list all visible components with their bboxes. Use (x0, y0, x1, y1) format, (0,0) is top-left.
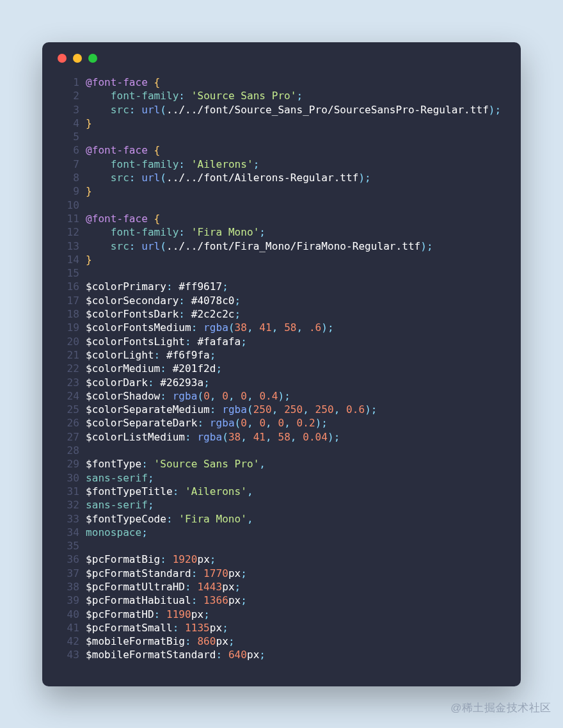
line-content: $fontType: 'Source Sans Pro', (86, 457, 266, 471)
line-content: $colorSeparateMedium: rgba(250, 250, 250… (86, 403, 377, 416)
line-content: $pcFormatSmall: 1135px; (86, 621, 228, 635)
line-content: } (86, 184, 92, 198)
code-line: 16$colorPrimary: #ff9617; (56, 280, 507, 293)
line-number: 39 (56, 594, 79, 607)
line-number: 22 (56, 362, 79, 375)
line-number: 17 (56, 294, 79, 307)
line-content: $mobileFormatBig: 860px; (86, 635, 235, 648)
code-line: 8 src: url(../../font/Ailerons-Regular.t… (56, 171, 507, 184)
code-block: 1@font-face {2 font-family: 'Source Sans… (56, 76, 507, 662)
code-line: 33$fontTypeCode: 'Fira Mono', (56, 512, 507, 526)
line-content: @font-face { (86, 143, 160, 157)
code-line: 2 font-family: 'Source Sans Pro'; (56, 89, 507, 102)
line-number: 28 (56, 444, 79, 457)
line-number: 41 (56, 621, 79, 635)
line-content: $fontTypeCode: 'Fira Mono', (86, 512, 253, 526)
line-number: 23 (56, 376, 79, 389)
line-number: 3 (56, 103, 79, 117)
minimize-icon[interactable] (73, 54, 82, 63)
code-line: 3 src: url(../../font/Source_Sans_Pro/So… (56, 103, 507, 117)
code-line: 18$colorFontsDark: #2c2c2c; (56, 307, 507, 321)
code-line: 24$colorShadow: rgba(0, 0, 0, 0.4); (56, 389, 507, 403)
code-line: 43$mobileFormatStandard: 640px; (56, 648, 507, 661)
line-number: 31 (56, 485, 79, 498)
code-line: 11@font-face { (56, 212, 507, 225)
line-number: 20 (56, 335, 79, 348)
line-content: font-family: 'Source Sans Pro'; (86, 89, 303, 102)
line-number: 35 (56, 539, 79, 553)
line-number: 10 (56, 198, 79, 212)
code-line: 12 font-family: 'Fira Mono'; (56, 225, 507, 239)
code-line: 38$pcFormatUltraHD: 1443px; (56, 580, 507, 594)
line-content: $colorPrimary: #ff9617; (86, 280, 228, 293)
line-content: monospace; (86, 526, 148, 539)
close-icon[interactable] (58, 54, 67, 63)
code-line: 42$mobileFormatBig: 860px; (56, 635, 507, 648)
code-line: 34monospace; (56, 526, 507, 539)
code-line: 20$colorFontsLight: #fafafa; (56, 335, 507, 348)
code-line: 15 (56, 266, 507, 280)
line-content: $pcFormatStandard: 1770px; (86, 567, 247, 580)
line-content: $colorListMedium: rgba(38, 41, 58, 0.04)… (86, 430, 340, 444)
line-content: $colorSeparateDark: rgba(0, 0, 0, 0.2); (86, 416, 328, 430)
line-content: font-family: 'Fira Mono'; (86, 225, 266, 239)
code-line: 5 (56, 130, 507, 143)
line-content: $colorSecondary: #4078c0; (86, 294, 241, 307)
line-number: 34 (56, 526, 79, 539)
code-line: 21$colorLight: #f6f9fa; (56, 348, 507, 362)
traffic-lights (58, 54, 507, 63)
line-content: @font-face { (86, 76, 160, 89)
line-content: sans-serif; (86, 471, 154, 485)
line-content: $colorFontsLight: #fafafa; (86, 335, 247, 348)
code-line: 39$pcFormatHabitual: 1366px; (56, 594, 507, 607)
code-line: 10 (56, 198, 507, 212)
code-line: 30sans-serif; (56, 471, 507, 485)
line-number: 29 (56, 457, 79, 471)
code-line: 36$pcFormatBig: 1920px; (56, 553, 507, 566)
code-line: 26$colorSeparateDark: rgba(0, 0, 0, 0.2)… (56, 416, 507, 430)
maximize-icon[interactable] (88, 54, 97, 63)
line-content: src: url(../../font/Ailerons-Regular.ttf… (86, 171, 371, 184)
line-number: 33 (56, 512, 79, 526)
line-content: $mobileFormatStandard: 640px; (86, 648, 266, 661)
line-content: src: url(../../font/Fira_Mono/FiraMono-R… (86, 239, 433, 253)
code-line: 19$colorFontsMedium: rgba(38, 41, 58, .6… (56, 321, 507, 334)
code-line: 40$pcFormatHD: 1190px; (56, 608, 507, 621)
line-number: 14 (56, 253, 79, 266)
code-window: 1@font-face {2 font-family: 'Source Sans… (42, 42, 521, 686)
line-content: } (86, 253, 92, 266)
code-line: 29$fontType: 'Source Sans Pro', (56, 457, 507, 471)
code-line: 35 (56, 539, 507, 553)
code-line: 13 src: url(../../font/Fira_Mono/FiraMon… (56, 239, 507, 253)
line-content: $fontTypeTitle: 'Ailerons', (86, 485, 253, 498)
code-line: 17$colorSecondary: #4078c0; (56, 294, 507, 307)
code-line: 7 font-family: 'Ailerons'; (56, 158, 507, 171)
line-number: 6 (56, 143, 79, 157)
line-number: 25 (56, 403, 79, 416)
code-line: 22$colorMedium: #201f2d; (56, 362, 507, 375)
code-line: 14} (56, 253, 507, 266)
line-number: 27 (56, 430, 79, 444)
line-content: $colorLight: #f6f9fa; (86, 348, 216, 362)
line-number: 42 (56, 635, 79, 648)
line-content: $colorFontsDark: #2c2c2c; (86, 307, 241, 321)
line-content: $pcFormatHD: 1190px; (86, 608, 210, 621)
line-content: sans-serif; (86, 498, 154, 512)
line-number: 21 (56, 348, 79, 362)
line-number: 4 (56, 117, 79, 130)
line-number: 36 (56, 553, 79, 566)
line-number: 12 (56, 225, 79, 239)
line-content: $pcFormatHabitual: 1366px; (86, 594, 247, 607)
watermark-text: @稀土掘金技术社区 (450, 700, 551, 715)
line-number: 26 (56, 416, 79, 430)
line-number: 30 (56, 471, 79, 485)
line-number: 19 (56, 321, 79, 334)
line-number: 5 (56, 130, 79, 143)
line-content: @font-face { (86, 212, 160, 225)
line-number: 2 (56, 89, 79, 102)
line-number: 37 (56, 567, 79, 580)
code-line: 41$pcFormatSmall: 1135px; (56, 621, 507, 635)
code-line: 31$fontTypeTitle: 'Ailerons', (56, 485, 507, 498)
code-line: 9} (56, 184, 507, 198)
line-content: $colorMedium: #201f2d; (86, 362, 222, 375)
